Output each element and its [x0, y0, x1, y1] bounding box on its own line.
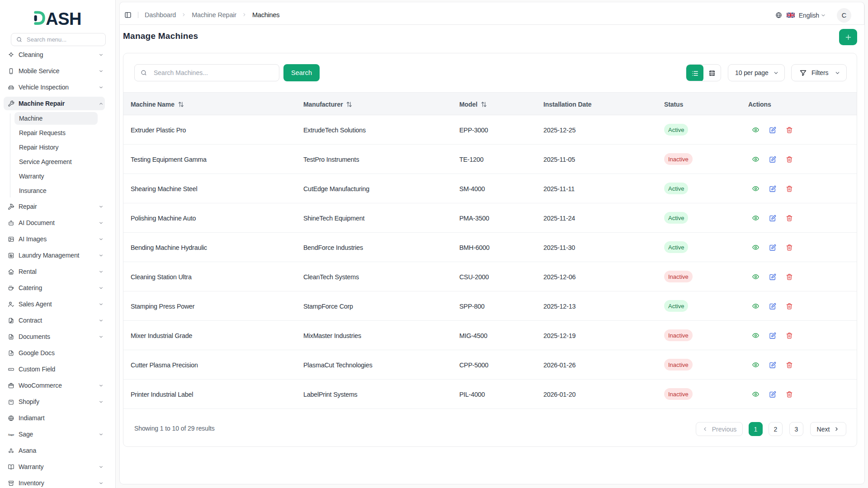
- svg-text:Sage: Sage: [8, 433, 14, 436]
- svg-text:ASH: ASH: [46, 9, 81, 26]
